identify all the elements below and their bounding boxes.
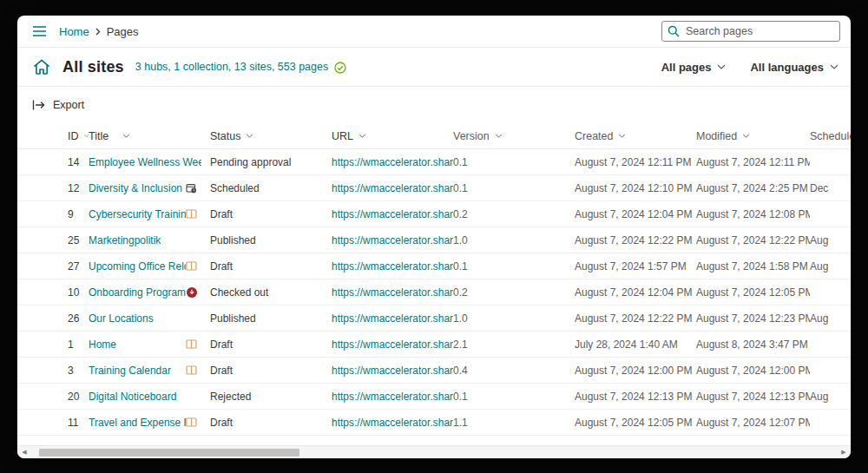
cell-scheduled: Aug [810, 234, 851, 246]
search-box[interactable] [661, 21, 840, 42]
chevron-down-icon [246, 134, 253, 138]
page-title-link[interactable]: Training Calendar [89, 365, 171, 377]
page-url-link[interactable]: https://wmaccelerator.sharepoin... [332, 338, 453, 351]
chevron-down-icon [618, 134, 626, 138]
column-header-title[interactable]: Title [89, 130, 210, 142]
hamburger-menu-icon[interactable] [32, 25, 47, 37]
book-icon [186, 209, 197, 219]
page-url-link[interactable]: https://wmaccelerator.sharepoin... [332, 208, 453, 220]
cell-id: 12 [50, 182, 89, 194]
table-row[interactable]: 9 Cybersecurity Training Draft https://w… [17, 201, 851, 227]
cell-status: Draft [210, 260, 332, 273]
cell-title: Cybersecurity Training [89, 208, 210, 220]
cell-created: August 7, 2024 12:22 PM [575, 312, 696, 325]
cell-version: 0.1 [453, 391, 575, 403]
site-stats[interactable]: 3 hubs, 1 collection, 13 sites, 553 page… [135, 61, 328, 73]
all-languages-dropdown[interactable]: All languages [750, 61, 838, 74]
book-icon [186, 365, 197, 375]
column-header-scheduled[interactable]: Scheduled [810, 130, 851, 142]
breadcrumb-current: Pages [107, 25, 139, 38]
page-url-link[interactable]: https://wmaccelerator.sharepoin... [332, 312, 453, 325]
page-url-link[interactable]: https://wmaccelerator.sharepoin... [332, 365, 453, 377]
scheduled-icon [186, 183, 197, 194]
page-title: All sites [62, 58, 124, 76]
page-url-link[interactable]: https://wmaccelerator.sharepoin... [332, 286, 453, 299]
cell-status: Draft [210, 417, 332, 429]
table-row[interactable]: 26 Our Locations Published https://wmacc… [17, 305, 851, 332]
check-circle-icon [334, 62, 346, 74]
page-url-link[interactable]: https://wmaccelerator.sharepoin... [332, 234, 453, 246]
scroll-right-arrow-icon[interactable]: ▶ [837, 449, 851, 456]
page-title-link[interactable]: Digital Noticeboard [89, 391, 176, 403]
pages-table-body: 14 Employee Wellness Week Pending approv… [17, 149, 851, 436]
table-row[interactable]: 12 Diversity & Inclusion Initiatives Sch… [17, 175, 851, 201]
cell-modified: August 7, 2024 12:08 PM [696, 208, 810, 220]
cell-version: 0.2 [453, 208, 575, 220]
cell-url: https://wmaccelerator.sharepoin... [332, 156, 453, 168]
cell-created: August 7, 2024 12:11 PM [575, 156, 696, 168]
page-url-link[interactable]: https://wmaccelerator.sharepoin... [332, 417, 453, 429]
cell-created: August 7, 2024 1:57 PM [575, 260, 696, 273]
cell-title: Upcoming Office Relocation [89, 260, 210, 273]
cell-modified: August 7, 2024 2:25 PM [696, 182, 810, 194]
table-row[interactable]: 25 Marketingpolitik Published https://wm… [17, 227, 851, 253]
cell-title: Our Locations [89, 312, 210, 325]
all-pages-label: All pages [661, 61, 712, 74]
cell-status: Published [210, 312, 332, 325]
export-label: Export [53, 99, 84, 111]
all-pages-dropdown[interactable]: All pages [661, 61, 727, 74]
page-title-link[interactable]: Travel and Expense Resources [89, 417, 186, 429]
scroll-left-arrow-icon[interactable]: ◀ [17, 449, 31, 456]
cell-title: Travel and Expense Resources [89, 417, 210, 429]
site-header: All sites 3 hubs, 1 collection, 13 sites… [17, 48, 851, 87]
column-header-url[interactable]: URL [332, 130, 453, 142]
page-title-link[interactable]: Upcoming Office Relocation [89, 260, 186, 273]
cell-title: Home [89, 338, 210, 351]
cell-url: https://wmaccelerator.sharepoin... [332, 338, 453, 351]
horizontal-scrollbar[interactable]: ◀ ▶ [17, 445, 851, 458]
table-row[interactable]: 20 Digital Noticeboard Rejected https://… [17, 384, 851, 410]
pages-table: ID Title Status URL Version Created Modi… [17, 123, 851, 458]
page-title-link[interactable]: Employee Wellness Week [89, 156, 201, 168]
table-row[interactable]: 14 Employee Wellness Week Pending approv… [17, 149, 851, 175]
cell-status: Pending approval [210, 156, 332, 168]
chevron-down-icon [495, 134, 503, 138]
cell-version: 0.1 [453, 260, 575, 273]
cell-url: https://wmaccelerator.sharepoin... [332, 234, 453, 246]
table-row[interactable]: 3 Training Calendar Draft https://wmacce… [17, 358, 851, 384]
scrollbar-thumb[interactable] [39, 449, 299, 457]
breadcrumb-home-link[interactable]: Home [59, 25, 89, 38]
checked-out-icon [187, 287, 197, 298]
table-row[interactable]: 1 Home Draft https://wmaccelerator.share… [17, 332, 851, 358]
page-title-link[interactable]: Onboarding Program [89, 286, 186, 299]
page-url-link[interactable]: https://wmaccelerator.sharepoin... [332, 391, 453, 403]
page-url-link[interactable]: https://wmaccelerator.sharepoin... [332, 260, 453, 273]
page-url-link[interactable]: https://wmaccelerator.sharepoin... [332, 156, 453, 168]
cell-version: 2.1 [453, 338, 575, 351]
cell-id: 26 [50, 312, 89, 325]
cell-version: 0.4 [453, 365, 575, 377]
column-header-id[interactable]: ID [50, 130, 89, 142]
cell-created: July 28, 2024 1:40 AM [575, 338, 696, 351]
column-header-modified[interactable]: Modified [696, 130, 810, 142]
column-header-created[interactable]: Created [575, 130, 696, 142]
book-icon [186, 339, 197, 349]
cell-modified: August 7, 2024 12:05 PM [696, 286, 810, 299]
export-button[interactable]: Export [32, 99, 84, 111]
table-row[interactable]: 27 Upcoming Office Relocation Draft http… [17, 253, 851, 279]
page-title-link[interactable]: Home [89, 338, 116, 351]
cell-created: August 7, 2024 12:05 PM [575, 417, 696, 429]
column-header-version[interactable]: Version [453, 130, 575, 142]
table-row[interactable]: 10 Onboarding Program Checked out https:… [17, 279, 851, 305]
cell-modified: August 7, 2024 12:22 PM [696, 234, 810, 246]
cell-url: https://wmaccelerator.sharepoin... [332, 365, 453, 377]
page-title-link[interactable]: Cybersecurity Training [89, 208, 186, 220]
column-header-status[interactable]: Status [210, 130, 332, 142]
cell-modified: August 7, 2024 1:58 PM [696, 260, 810, 273]
table-row[interactable]: 11 Travel and Expense Resources Draft ht… [17, 410, 851, 436]
page-title-link[interactable]: Marketingpolitik [89, 234, 161, 246]
page-title-link[interactable]: Our Locations [89, 312, 154, 325]
search-input[interactable] [680, 25, 834, 37]
page-url-link[interactable]: https://wmaccelerator.sharepoin... [332, 182, 453, 194]
page-title-link[interactable]: Diversity & Inclusion Initiatives [89, 182, 186, 194]
